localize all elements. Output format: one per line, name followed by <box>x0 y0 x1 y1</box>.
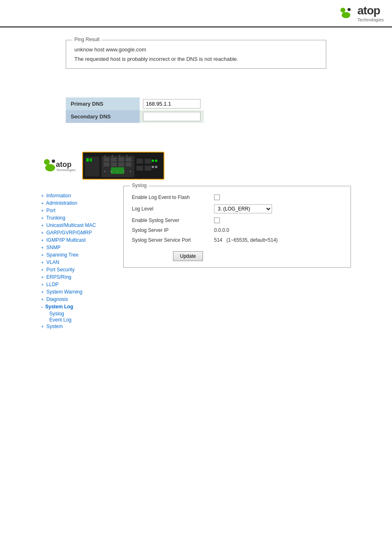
svg-rect-11 <box>90 158 92 162</box>
svg-text:10: 10 <box>110 170 113 173</box>
link-system-log[interactable]: System Log <box>45 304 73 310</box>
ping-result-line1: unknow host www.google.com <box>74 46 318 53</box>
svg-point-2 <box>348 8 351 11</box>
link-administration[interactable]: Administration <box>46 200 77 206</box>
atop-logo-icon <box>337 6 356 21</box>
svg-text:Technologies: Technologies <box>56 168 76 172</box>
link-diagnosis[interactable]: Diagnosis <box>46 296 68 302</box>
syslog-port-value: 514 (1~65535, default=514) <box>214 237 278 243</box>
ping-result-line2: The requested host is probably incorrect… <box>74 56 318 62</box>
link-syslog[interactable]: Syslog <box>49 311 64 317</box>
dns-section: Primary DNS Secondary DNS <box>0 85 392 135</box>
update-button[interactable]: Update <box>173 251 203 261</box>
svg-text:4: 4 <box>123 170 125 173</box>
sidebar-item-trunking[interactable]: + Trunking <box>41 214 115 222</box>
link-vlan[interactable]: VLAN <box>46 259 59 265</box>
syslog-main: Syslog Enable Log Event to Flash Log Lev… <box>123 186 351 330</box>
sidebar-item-garp[interactable]: + GARP/GVRP/GMRP <box>41 229 115 236</box>
svg-point-35 <box>152 160 154 162</box>
svg-text:atop: atop <box>56 160 71 169</box>
bottom-atop-logo: atop Technologies <box>41 158 78 173</box>
bottom-logo-svg: atop Technologies <box>41 158 78 173</box>
svg-rect-13 <box>104 157 109 162</box>
sidebar-sub-event-log[interactable]: Event Log <box>41 317 115 323</box>
link-port-security[interactable]: Port Security <box>46 267 75 273</box>
prefix-lldp: + <box>41 282 44 287</box>
link-erps[interactable]: ERPS/Ring <box>46 274 71 280</box>
prefix-system-log: - <box>41 304 43 309</box>
sidebar-item-unicast-multicast[interactable]: + Unicast/Multicast MAC <box>41 222 115 229</box>
syslog-ip-label: Syslog Server IP <box>132 227 214 233</box>
svg-rect-19 <box>126 157 131 162</box>
sidebar-item-port[interactable]: + Port <box>41 207 115 214</box>
sidebar-item-spanning-tree[interactable]: + Spanning Tree <box>41 251 115 259</box>
sidebar-item-system-log[interactable]: - System Log <box>41 303 115 310</box>
sidebar-item-information[interactable]: + Information <box>41 192 115 199</box>
logo-atop-text: atop <box>357 4 380 17</box>
svg-rect-32 <box>145 159 151 164</box>
logo-text-group: atop Technologies <box>357 4 384 22</box>
link-port[interactable]: Port <box>46 208 55 213</box>
log-level-select[interactable]: 0. (LOG_EMERG) 1. (LOG_ALERT) 2. (LOG_CR… <box>214 204 272 213</box>
svg-rect-20 <box>126 162 131 166</box>
logo-sub-text: Technologies <box>357 17 384 22</box>
svg-rect-34 <box>145 166 151 171</box>
sidebar-sub-syslog[interactable]: Syslog <box>41 310 115 317</box>
prefix-port-security: + <box>41 267 44 272</box>
svg-rect-31 <box>136 159 143 164</box>
sidebar-item-igmp[interactable]: + IGMP/IP Multicast <box>41 236 115 244</box>
enable-log-checkbox[interactable] <box>214 194 220 200</box>
log-level-row: Log Level 0. (LOG_EMERG) 1. (LOG_ALERT) … <box>132 202 342 215</box>
sidebar-item-diagnosis[interactable]: + Diagnosis <box>41 296 115 303</box>
secondary-dns-input[interactable] <box>143 112 201 121</box>
syslog-ip-value: 0.0.0.0 <box>214 227 229 233</box>
sidebar-item-snmp[interactable]: + SNMP <box>41 244 115 251</box>
ping-result-section: Ping Result unknow host www.google.com T… <box>0 28 392 85</box>
svg-rect-18 <box>118 162 124 166</box>
syslog-port-row: Syslog Server Service Port 514 (1~65535,… <box>132 235 342 245</box>
device-image: 1 3 5 7 9 10 2 4 6 <box>82 152 164 180</box>
link-information[interactable]: Information <box>46 193 71 199</box>
primary-dns-row: Primary DNS <box>66 97 204 110</box>
link-garp[interactable]: GARP/GVRP/GMRP <box>46 230 92 236</box>
svg-text:5: 5 <box>119 155 120 157</box>
svg-text:3: 3 <box>112 155 113 157</box>
sidebar-item-system-warning[interactable]: + System Warning <box>41 288 115 296</box>
bottom-logo-row: atop Technologies <box>41 152 351 180</box>
link-unicast-multicast[interactable]: Unicast/Multicast MAC <box>46 222 96 228</box>
prefix-garp: + <box>41 230 44 235</box>
link-spanning-tree[interactable]: Spanning Tree <box>46 252 78 258</box>
link-system[interactable]: System <box>46 324 63 329</box>
sidebar-item-vlan[interactable]: + VLAN <box>41 259 115 266</box>
link-trunking[interactable]: Trunking <box>46 215 65 221</box>
svg-point-37 <box>152 166 154 168</box>
syslog-port-label: Syslog Server Service Port <box>132 237 214 243</box>
sidebar-item-system[interactable]: + System <box>41 323 115 330</box>
sidebar-item-erps[interactable]: + ERPS/Ring <box>41 273 115 281</box>
sidebar-item-port-security[interactable]: + Port Security <box>41 266 115 273</box>
enable-log-label: Enable Log Event to Flash <box>132 194 214 200</box>
secondary-dns-row: Secondary DNS <box>66 110 204 123</box>
ping-result-legend: Ping Result <box>72 37 101 42</box>
prefix-igmp: + <box>41 238 44 243</box>
sidebar-item-lldp[interactable]: + LLDP <box>41 281 115 288</box>
svg-rect-33 <box>136 166 143 171</box>
svg-rect-17 <box>118 157 124 162</box>
svg-point-0 <box>340 7 345 12</box>
enable-syslog-checkbox[interactable] <box>214 217 220 223</box>
primary-dns-input[interactable] <box>143 99 201 109</box>
link-igmp[interactable]: IGMP/IP Multicast <box>46 237 86 243</box>
svg-point-5 <box>52 160 55 163</box>
link-system-warning[interactable]: System Warning <box>46 289 83 295</box>
link-lldp[interactable]: LLDP <box>46 282 59 287</box>
prefix-unicast: + <box>41 223 44 228</box>
sidebar-item-administration[interactable]: + Administration <box>41 199 115 207</box>
primary-dns-value-cell <box>140 97 204 110</box>
svg-rect-10 <box>86 158 89 162</box>
prefix-system-warning: + <box>41 289 44 294</box>
dns-table: Primary DNS Secondary DNS <box>66 97 204 123</box>
svg-rect-15 <box>111 157 117 162</box>
link-event-log[interactable]: Event Log <box>49 317 71 323</box>
primary-dns-label: Primary DNS <box>66 97 140 110</box>
link-snmp[interactable]: SNMP <box>46 245 61 250</box>
